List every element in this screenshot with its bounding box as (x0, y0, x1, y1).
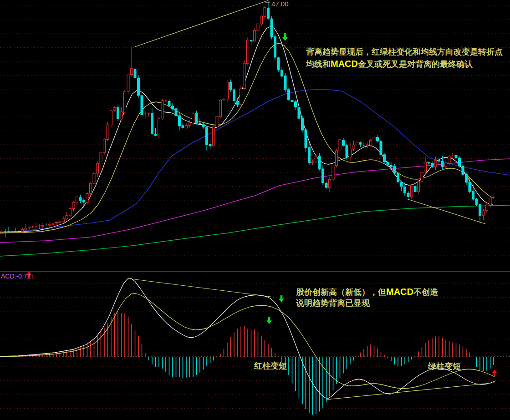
macd-value-label: ACD:-0.72↑ (1, 272, 34, 281)
divergence-annotation-line1: 背离趋势显现后，红绿柱变化和均线方向改变是转折点 (306, 47, 503, 58)
divergence-annotation-line2: 均线和MACD金叉或死叉是对背离的最终确认 (306, 58, 503, 70)
macd-note-line2: 说明趋势背离已显现 (296, 298, 438, 309)
red-columns-shorten-label: 红柱变短 (254, 361, 287, 372)
green-columns-shorten-label: 绿柱变短 (428, 361, 461, 372)
stock-chart-window: 背离趋势显现后，红绿柱变化和均线方向改变是转折点 均线和MACD金叉或死叉是对背… (0, 0, 510, 420)
up-arrow-icon: ↑ (31, 272, 34, 280)
macd-word: MACD (331, 59, 358, 69)
macd-note-line1: 股价创新高（新低），但MACD不创造 (296, 286, 438, 298)
peak-price-label: 47.00 (271, 0, 289, 9)
divergence-annotation: 背离趋势显现后，红绿柱变化和均线方向改变是转折点 均线和MACD金叉或死叉是对背… (306, 47, 503, 70)
macd-word: MACD (386, 287, 413, 297)
macd-divergence-note: 股价创新高（新低），但MACD不创造 说明趋势背离已显现 (296, 286, 438, 309)
